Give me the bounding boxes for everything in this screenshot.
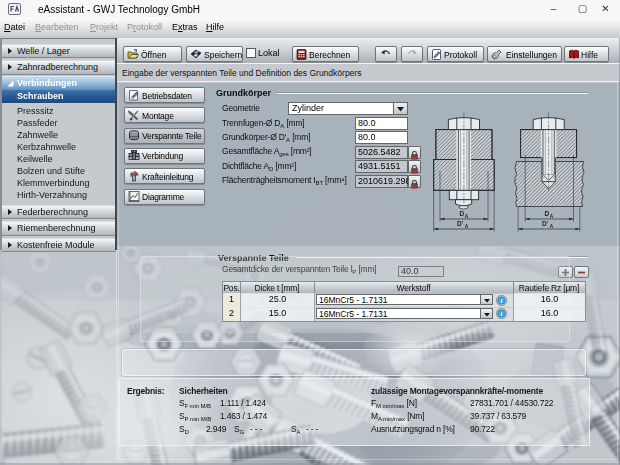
svg-text:A: A — [465, 224, 469, 229]
svg-text:D': D' — [542, 220, 549, 227]
svg-text:D: D — [545, 210, 550, 217]
svg-text:D': D' — [457, 220, 464, 227]
svg-text:D: D — [460, 210, 465, 217]
svg-text:A: A — [550, 214, 554, 219]
svg-text:i: i — [501, 297, 503, 305]
svg-text:A: A — [550, 224, 554, 229]
svg-text:i: i — [501, 310, 503, 318]
svg-text:A: A — [465, 214, 469, 219]
